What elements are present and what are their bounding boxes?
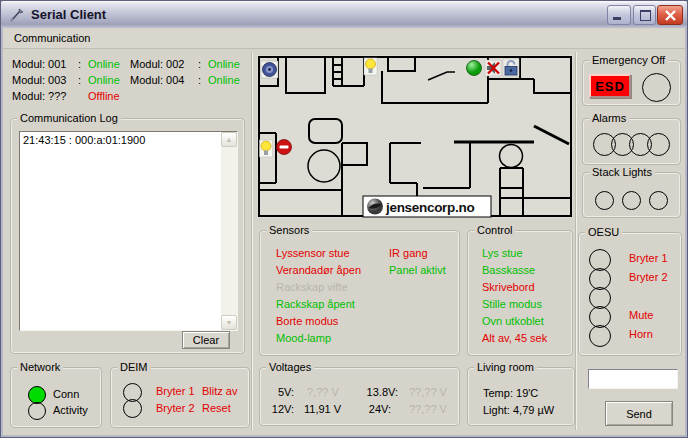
deim-group: DEIM Bryter 1 Bryter 2 Blitz av Reset: [110, 367, 250, 428]
send-button[interactable]: Send: [605, 401, 673, 426]
module-status-value: Online: [88, 74, 120, 86]
light-label: Light:: [483, 404, 510, 416]
network-label: Activity: [53, 404, 88, 416]
alarm-lamp-4: [647, 133, 670, 156]
voltage-value: ?,?? V: [307, 386, 339, 398]
window-title: Serial Client: [31, 7, 106, 22]
esd-button[interactable]: ESD: [589, 74, 631, 98]
module-label: Modul: 003: [12, 74, 66, 86]
deim-title: DEIM: [117, 361, 151, 374]
sensor-item: IR gang: [389, 245, 446, 262]
voltage-label: 5V:: [264, 386, 294, 398]
control-item: Alt av, 45 sek: [482, 330, 547, 347]
close-icon: [664, 9, 677, 22]
muted-speaker-icon: [485, 60, 501, 76]
app-icon: [9, 7, 25, 23]
voltage-value: 11,91 V: [304, 403, 341, 415]
log-scrollbar[interactable]: ▲ ▼: [221, 132, 237, 330]
temp-label: Temp:: [483, 387, 513, 399]
module-label: Modul: 004: [130, 74, 184, 86]
light-value: 4,79 µW: [513, 404, 554, 416]
sensors-title: Sensors: [266, 224, 312, 237]
menu-bar: Communication: [3, 29, 685, 49]
sensor-item: Mood-lamp: [276, 330, 361, 347]
sensors-group: Sensors Lyssensor stue Verandadør åpen R…: [259, 230, 460, 356]
deim-label: Bryter 1: [156, 385, 195, 397]
voltage-value: ??,?? V: [409, 386, 447, 398]
sensor-item: Lyssensor stue: [276, 245, 361, 262]
scroll-up-icon[interactable]: ▲: [221, 132, 237, 147]
maximize-button[interactable]: [633, 5, 656, 25]
floorplan-image: jensencorp.no: [257, 55, 573, 218]
voltages-group: Voltages 5V: ?,?? V 13.8V: ??,?? V 12V: …: [259, 367, 460, 426]
emergency-off-title: Emergency Off: [589, 54, 668, 67]
divider-left: [251, 52, 253, 430]
network-label: Conn: [53, 388, 79, 400]
voltage-label: 13.8V:: [360, 386, 398, 398]
emergency-off-group: Emergency Off ESD: [582, 60, 681, 106]
oesu-label: Horn: [629, 328, 653, 340]
menu-communication[interactable]: Communication: [10, 32, 94, 44]
scroll-down-icon[interactable]: ▼: [221, 315, 237, 330]
voltage-value: ??,?? V: [409, 403, 447, 415]
message-input[interactable]: [588, 369, 678, 389]
log-line: 21:43:15 : 000:a:01:1900: [23, 134, 145, 146]
app-window: Serial Client Communication Modul: 001 :…: [0, 0, 688, 438]
control-title: Control: [474, 224, 515, 237]
deim-label: Blitz av: [202, 385, 237, 397]
sensor-item: Panel aktivt: [389, 262, 446, 279]
control-item: Lys stue: [482, 245, 547, 262]
network-group: Network Conn Activity: [10, 367, 102, 428]
oesu-label: Mute: [629, 309, 653, 321]
unlocked-padlock-icon: [503, 59, 519, 76]
deim-label: Bryter 2: [156, 402, 195, 414]
title-bar[interactable]: Serial Client: [1, 1, 687, 28]
module-sep: :: [198, 58, 201, 70]
oesu-label: Bryter 2: [629, 271, 668, 283]
stack-lights-title: Stack Lights: [589, 166, 655, 179]
network-title: Network: [17, 361, 63, 374]
module-label: Modul: 002: [130, 58, 184, 70]
temp-value: 19'C: [516, 387, 538, 399]
communication-log-group: Communication Log 21:43:15 : 000:a:01:19…: [10, 118, 245, 354]
module-sep: :: [78, 58, 81, 70]
sensor-item: Rackskap vifte: [276, 279, 361, 296]
control-item: Skrivebord: [482, 279, 547, 296]
living-room-title: Living room: [474, 361, 537, 374]
clear-button[interactable]: Clear: [182, 331, 230, 349]
oesu-title: OESU: [585, 226, 622, 239]
module-status-value: Online: [208, 74, 240, 86]
voltages-title: Voltages: [266, 361, 314, 374]
oesu-label: Bryter 1: [629, 252, 668, 264]
alarms-title: Alarms: [589, 112, 629, 125]
oesu-lamp-5: [589, 325, 611, 347]
stack-light-3: [649, 191, 668, 210]
control-item: Ovn utkoblet: [482, 313, 547, 330]
status-green-icon: [467, 61, 482, 76]
close-button[interactable]: [657, 5, 683, 25]
module-label: Modul: 001: [12, 58, 66, 70]
network-activity-led: [28, 402, 46, 420]
stack-light-1: [595, 191, 614, 210]
sensor-item: Verandadør åpen: [276, 262, 361, 279]
deim-label: Reset: [202, 402, 231, 414]
communication-log-textarea[interactable]: 21:43:15 : 000:a:01:1900 ▲ ▼: [19, 131, 238, 331]
control-item: Basskasse: [482, 262, 547, 279]
module-status-value: Online: [208, 58, 240, 70]
jensencorp-logo: jensencorp.no: [363, 196, 491, 217]
no-entry-icon: [277, 140, 292, 155]
stack-light-2: [622, 191, 641, 210]
deim-lamp-2: [123, 399, 142, 418]
stack-lights-group: Stack Lights: [582, 172, 681, 218]
living-room-group: Living room Temp: 19'C Light: 4,79 µW: [467, 367, 575, 426]
control-item: Stille modus: [482, 296, 547, 313]
voltage-label: 12V:: [264, 403, 294, 415]
oesu-group: OESU Bryter 1 Bryter 2 Mute Horn: [578, 232, 682, 356]
minimize-button[interactable]: [607, 5, 631, 25]
divider-right: [575, 52, 577, 430]
sensor-item: Rackskap åpent: [276, 296, 361, 313]
maximize-icon: [640, 10, 651, 21]
module-sep: :: [198, 74, 201, 86]
alarms-group: Alarms: [582, 118, 681, 165]
module-status-value: Online: [88, 58, 120, 70]
